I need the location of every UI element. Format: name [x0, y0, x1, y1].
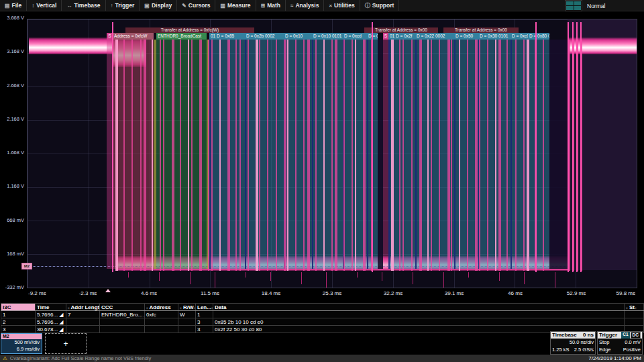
decode-table-body: 15.7696... ◢7ENTHDR0_Bro... ◢0xfcW125.76…: [1, 311, 644, 333]
timebase-rate: 2.5 GS/s: [574, 346, 594, 353]
waveform-stripe: [399, 40, 400, 271]
table-cell: 3: [196, 318, 213, 326]
waveform-spike-line: [535, 22, 537, 272]
table-header-data[interactable]: Data: [213, 304, 625, 311]
table-header-address[interactable]: - Address: [145, 304, 178, 311]
table-row[interactable]: 25.7696... ◢30x85 2b 10 10 cd e0: [1, 318, 644, 326]
m2-level-marker[interactable]: M2: [21, 263, 32, 269]
m2-descriptor-title: M2: [1, 334, 42, 339]
waveform-spike-line: [112, 22, 113, 272]
table-header-st[interactable]: - St-: [625, 304, 644, 311]
x-axis-label: -9.2 ms: [28, 290, 68, 298]
transfer-label: Transfer at Address = 0xfc(W): [125, 27, 254, 33]
waveform-stripe: [163, 40, 164, 271]
menu-item-analysis[interactable]: ≈Analysis: [286, 0, 324, 11]
trigger-summary-box[interactable]: Trigger C1 DC Stop 0.0 mV Edge Positive: [597, 331, 643, 355]
decode-region-start: [383, 40, 388, 269]
table-header-ccc[interactable]: CCC: [100, 304, 145, 311]
menu-item-utilities[interactable]: ×Utilities: [324, 0, 360, 11]
menu-label: Utilities: [334, 2, 355, 9]
x-axis-label: -2.3 ms: [68, 290, 108, 298]
table-cell: 3: [196, 326, 213, 333]
waveform-stripe: [459, 40, 460, 271]
waveform-stripe: [527, 40, 529, 271]
waveform-stripe: [569, 40, 570, 271]
timebase-icon: ↔: [66, 3, 72, 9]
table-header-rw[interactable]: - R/W-: [178, 304, 196, 311]
decode-region-data: [511, 40, 528, 269]
table-header-i3c[interactable]: I3C: [1, 304, 36, 311]
waveform-stripe: [235, 40, 237, 271]
waveform-stripe: [248, 40, 249, 271]
warning-icon: ⚠: [3, 355, 7, 361]
menu-label: Display: [152, 2, 172, 9]
waveform-stripe: [487, 40, 488, 271]
table-header-time[interactable]: Time: [36, 304, 66, 311]
analysis-icon: ≈: [290, 3, 293, 9]
add-trace-button[interactable]: +: [45, 333, 87, 354]
menu-label: File: [12, 2, 22, 9]
waveform-stripe: [331, 40, 333, 271]
waveform-undershoot: [215, 272, 215, 288]
decode-chip-data: D = 0xcd: [343, 33, 367, 40]
table-row[interactable]: 15.7696... ◢7ENTHDR0_Bro... ◢0xfcW1: [1, 311, 644, 318]
y-axis-label: 1.168 V: [0, 183, 24, 190]
waveform-grid[interactable]: SAddress = 0xfcWENTHDR0_BroadCast01 D = …: [27, 19, 637, 288]
decode-chip-data: D = 0x2b 0002: [245, 33, 284, 40]
menu-item-timebase[interactable]: ↔Timebase: [62, 0, 105, 11]
menu-item-support[interactable]: ⓘSupport: [360, 0, 400, 11]
decode-chip-data: D = 0xc0: [511, 33, 528, 40]
waveform-undershoot: [301, 272, 302, 284]
decode-region-addr: [113, 40, 154, 269]
waveform-stripe: [303, 40, 305, 271]
menu-item-trigger[interactable]: ↑Trigger: [106, 0, 140, 11]
table-header-addrlength[interactable]: - Addr Length: [66, 304, 100, 311]
trigger-slope: Positive: [623, 346, 641, 353]
waveform-stripe: [256, 40, 258, 271]
decode-region-data: [478, 40, 511, 269]
x-axis-label: 11.5 ms: [190, 290, 230, 298]
waveform-stripe: [498, 40, 501, 271]
menu-label: Vertical: [36, 2, 56, 9]
decode-chip-data: D = 0x30 0101: [478, 33, 511, 40]
y-axis-label: 3.668 V: [0, 15, 24, 22]
waveform-stripe: [467, 40, 468, 271]
waveform-stripe: [355, 40, 356, 271]
menu-item-measure[interactable]: ▥Measure: [215, 0, 256, 11]
waveform-stripe: [131, 40, 133, 271]
transfer-label: Transfer at Address = 0x00: [364, 27, 438, 33]
table-cell: [100, 326, 145, 333]
m2-trace-descriptor[interactable]: M2 500 mV/div 6.9 ms/div: [1, 333, 42, 354]
waveform-stripe: [227, 40, 230, 271]
trigger-level: 0.0 mV: [625, 339, 641, 346]
display-mode-selector[interactable]: Normal: [565, 1, 605, 11]
table-cell: W: [178, 311, 196, 318]
table-cell: 5.7696... ◢: [36, 318, 66, 326]
timebase-summary-box[interactable]: Timebase 0 ns 50.0 ns/div 1.25 kS 2.5 GS…: [550, 331, 596, 355]
waveform-stripe: [144, 40, 146, 271]
decode-chip-data: D = 0x80 00: [528, 33, 549, 40]
waveform-stripe: [411, 40, 413, 271]
waveform-stripe: [191, 40, 193, 271]
table-cell: 2: [1, 318, 36, 326]
math-icon: ⊞: [261, 3, 266, 9]
datetime-label: 7/24/2019 1:14:00 PM: [588, 355, 641, 361]
table-row[interactable]: 330.678... ◢30x2f 22 50 30 c0 80: [1, 326, 644, 333]
waveform-undershoot: [468, 272, 469, 278]
menu-item-vertical[interactable]: ↕Vertical: [27, 0, 62, 11]
menu-item-cursors[interactable]: ✎Cursors: [177, 0, 215, 11]
menu-item-file[interactable]: ▤File: [0, 0, 27, 11]
x-axis-label: 25.3 ms: [312, 290, 352, 298]
trigger-title: Trigger: [599, 332, 617, 339]
decode-region-data: [528, 40, 549, 269]
decode-region-gap: [549, 40, 568, 269]
menu-item-math[interactable]: ⊞Math: [256, 0, 286, 11]
waveform-undershoot: [413, 272, 413, 284]
waveform-stripe: [219, 40, 221, 271]
table-header-len[interactable]: Len...-: [196, 304, 213, 311]
decode-chip-data: D = 0x10 0101: [312, 33, 343, 40]
waveform-stripe: [123, 40, 125, 271]
table-cell: 5.7696... ◢: [36, 311, 66, 318]
decode-chip-data: D = 0x50: [454, 33, 478, 40]
menu-item-display[interactable]: ▣Display: [140, 0, 177, 11]
